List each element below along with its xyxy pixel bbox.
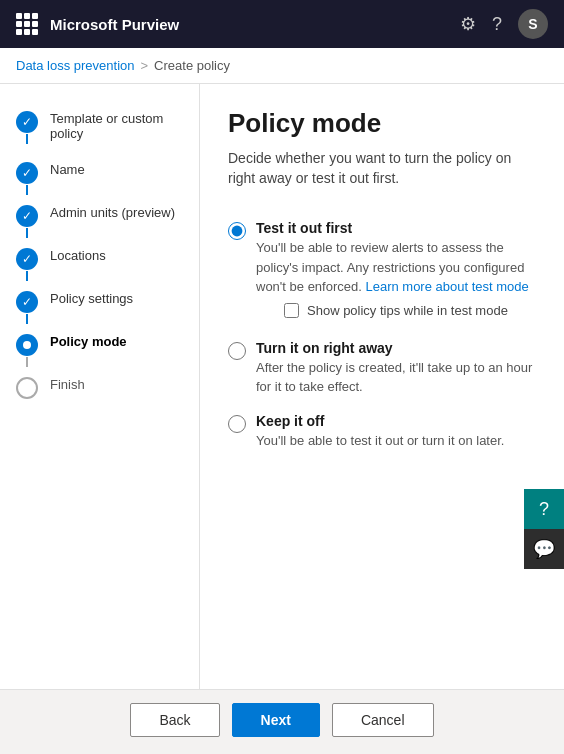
floating-buttons: ? 💬 <box>524 489 564 569</box>
float-btn-question[interactable]: ? <box>524 489 564 529</box>
float-btn-chat[interactable]: 💬 <box>524 529 564 569</box>
step-done-5: ✓ <box>16 291 38 313</box>
help-icon[interactable]: ? <box>492 14 502 35</box>
radio-turn-on[interactable] <box>228 342 246 360</box>
sidebar-item-policy-mode[interactable]: Policy mode <box>0 323 199 366</box>
footer: Back Next Cancel <box>0 689 564 749</box>
sidebar-item-policy-settings[interactable]: ✓ Policy settings <box>0 280 199 323</box>
sidebar-label-locations: Locations <box>50 247 106 263</box>
option-keep-off-title: Keep it off <box>256 413 536 429</box>
top-bar: Microsoft Purview ⚙ ? S <box>0 0 564 48</box>
option-test-first-desc: You'll be able to review alerts to asses… <box>256 238 536 297</box>
cancel-button[interactable]: Cancel <box>332 703 434 737</box>
sidebar-item-name[interactable]: ✓ Name <box>0 151 199 194</box>
option-turn-on-desc: After the policy is created, it'll take … <box>256 358 536 397</box>
option-test-first: Test it out first You'll be able to revi… <box>228 212 536 332</box>
breadcrumb-parent[interactable]: Data loss prevention <box>16 58 135 73</box>
option-turn-on-title: Turn it on right away <box>256 340 536 356</box>
back-button[interactable]: Back <box>130 703 219 737</box>
avatar[interactable]: S <box>518 9 548 39</box>
step-done-3: ✓ <box>16 205 38 227</box>
sidebar: ✓ Template or custom policy ✓ Name ✓ Adm… <box>0 84 200 689</box>
breadcrumb: Data loss prevention > Create policy <box>0 48 564 84</box>
step-done-1: ✓ <box>16 111 38 133</box>
sidebar-label-finish: Finish <box>50 376 85 392</box>
app-title: Microsoft Purview <box>50 16 179 33</box>
radio-test-first[interactable] <box>228 222 246 240</box>
sidebar-label-policy-settings: Policy settings <box>50 290 133 306</box>
option-test-first-content: Test it out first You'll be able to revi… <box>256 220 536 324</box>
main-content: ✓ Template or custom policy ✓ Name ✓ Adm… <box>0 84 564 689</box>
step-done-2: ✓ <box>16 162 38 184</box>
policy-tips-checkbox[interactable] <box>284 303 299 318</box>
page-subtitle: Decide whether you want to turn the poli… <box>228 149 536 188</box>
apps-icon[interactable] <box>16 13 38 35</box>
option-keep-off-desc: You'll be able to test it out or turn it… <box>256 431 536 451</box>
test-mode-link[interactable]: Learn more about test mode <box>365 279 528 294</box>
option-turn-on-content: Turn it on right away After the policy i… <box>256 340 536 397</box>
page-title: Policy mode <box>228 108 536 139</box>
connector-1 <box>26 134 28 144</box>
policy-tips-label: Show policy tips while in test mode <box>307 303 508 318</box>
settings-icon[interactable]: ⚙ <box>460 13 476 35</box>
sidebar-item-template[interactable]: ✓ Template or custom policy <box>0 100 199 151</box>
sidebar-item-admin[interactable]: ✓ Admin units (preview) <box>0 194 199 237</box>
policy-mode-options: Test it out first You'll be able to revi… <box>228 212 536 458</box>
sidebar-label-template: Template or custom policy <box>50 110 183 141</box>
option-keep-off: Keep it off You'll be able to test it ou… <box>228 405 536 459</box>
sidebar-label-admin: Admin units (preview) <box>50 204 175 220</box>
step-pending-7 <box>16 377 38 399</box>
sidebar-label-name: Name <box>50 161 85 177</box>
breadcrumb-current: Create policy <box>154 58 230 73</box>
step-active-6 <box>16 334 38 356</box>
top-bar-right: ⚙ ? S <box>460 9 548 39</box>
content-area: Policy mode Decide whether you want to t… <box>200 84 564 689</box>
checkbox-row: Show policy tips while in test mode <box>284 303 536 318</box>
option-turn-on: Turn it on right away After the policy i… <box>228 332 536 405</box>
top-bar-left: Microsoft Purview <box>16 13 179 35</box>
step-done-4: ✓ <box>16 248 38 270</box>
option-test-first-title: Test it out first <box>256 220 536 236</box>
breadcrumb-separator: > <box>141 58 149 73</box>
radio-keep-off[interactable] <box>228 415 246 433</box>
next-button[interactable]: Next <box>232 703 320 737</box>
sidebar-item-locations[interactable]: ✓ Locations <box>0 237 199 280</box>
sidebar-label-policy-mode: Policy mode <box>50 333 127 349</box>
option-keep-off-content: Keep it off You'll be able to test it ou… <box>256 413 536 451</box>
sidebar-item-finish[interactable]: Finish <box>0 366 199 409</box>
